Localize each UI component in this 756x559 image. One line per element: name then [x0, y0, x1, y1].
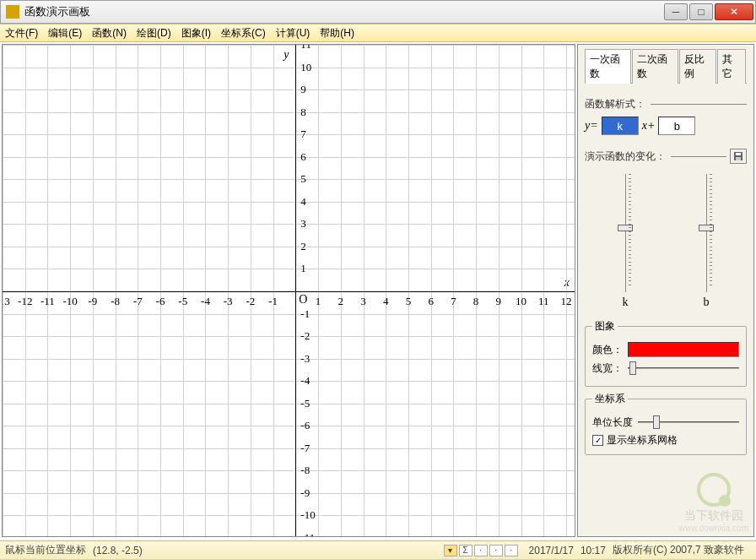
image-fieldset: 图象 颜色： 线宽：	[585, 319, 747, 387]
x-tick-label: 10	[516, 295, 526, 308]
statusbar: 鼠标当前位置坐标 (12.8, -2.5) ▾ Σ · · · 2017/1/1…	[0, 540, 756, 559]
y-tick-label: -2	[300, 329, 310, 343]
color-label: 颜色：	[592, 343, 623, 357]
mouse-position-value: (12.8, -2.5)	[93, 545, 143, 556]
app-icon	[6, 5, 19, 19]
tab-linear[interactable]: 一次函数	[585, 49, 631, 84]
x-tick-label: -9	[88, 295, 97, 308]
y-tick-label: -11	[300, 531, 315, 537]
y-tick-label: -6	[300, 419, 310, 432]
y-tick-label: -4	[300, 374, 310, 388]
b-input[interactable]	[658, 117, 695, 135]
x-tick-label: -7	[133, 295, 143, 308]
titlebar: 函数演示画板 ─ □ ✕	[0, 0, 756, 24]
plot-area[interactable]: y x O -13-12-11-10-9-8-7-6-5-4-3-2-11234…	[2, 44, 575, 537]
k-slider-label: k	[623, 296, 629, 309]
x-tick-label: -1	[268, 295, 278, 308]
x-tick-label: 9	[496, 295, 502, 308]
window-title: 函数演示画板	[24, 4, 662, 19]
y-tick-label: 4	[300, 195, 306, 209]
coord-fieldset: 坐标系 单位长度 ✓ 显示坐标系网格	[585, 392, 747, 455]
linewidth-label: 线宽：	[592, 361, 623, 376]
x-tick-label: 7	[451, 295, 456, 308]
menu-calc[interactable]: 计算(U)	[276, 26, 310, 41]
function-tabs: 一次函数 二次函数 反比例 其它	[585, 48, 747, 84]
equation-row: y= x+	[585, 117, 747, 135]
y-tick-label: 6	[300, 150, 306, 164]
x-tick-label: -6	[156, 295, 165, 308]
tab-inverse[interactable]: 反比例	[679, 49, 716, 84]
x-tick-label: -8	[111, 295, 120, 308]
linewidth-slider[interactable]	[628, 361, 739, 376]
x-tick-label: 8	[473, 295, 479, 308]
y-axis-label: y	[284, 48, 289, 62]
maximize-button[interactable]: □	[689, 3, 713, 20]
sidebar: 一次函数 二次函数 反比例 其它 函数解析式： y= x+ 演示函数的变化：	[577, 44, 754, 537]
menu-edit[interactable]: 编辑(E)	[48, 26, 82, 41]
y-tick-label: -9	[300, 486, 310, 500]
x-tick-label: -11	[40, 295, 55, 308]
y-tick-label: 11	[300, 44, 311, 52]
status-tool-3-icon[interactable]: ·	[474, 545, 488, 556]
watermark: 当下软件园 www.downxia.com	[679, 473, 748, 533]
status-sigma-icon[interactable]: Σ	[459, 545, 472, 556]
y-tick-label: 10	[300, 61, 311, 74]
show-grid-label: 显示坐标系网格	[607, 433, 678, 448]
x-tick-label: -4	[201, 295, 210, 308]
y-equals-label: y=	[585, 119, 598, 133]
menu-image[interactable]: 图象(I)	[181, 26, 211, 41]
menu-file[interactable]: 文件(F)	[5, 26, 38, 41]
y-tick-label: -8	[300, 464, 310, 477]
tab-other[interactable]: 其它	[717, 49, 746, 84]
menu-help[interactable]: 帮助(H)	[320, 26, 354, 41]
svg-rect-2	[736, 157, 741, 160]
x-tick-label: -5	[178, 295, 187, 308]
status-tool-5-icon[interactable]: ·	[505, 545, 518, 556]
save-icon[interactable]	[730, 149, 747, 164]
y-tick-label: 8	[300, 106, 306, 119]
status-copyright: 版权所有(C) 2007,7 致豪软件	[613, 543, 744, 557]
x-tick-label: -12	[18, 295, 32, 308]
menu-function[interactable]: 函数(N)	[92, 26, 127, 41]
b-slider[interactable]	[689, 174, 723, 292]
expression-section-label: 函数解析式：	[585, 97, 747, 111]
b-slider-label: b	[704, 296, 710, 309]
x-tick-label: -2	[246, 295, 255, 308]
status-tool-1-icon[interactable]: ▾	[444, 545, 457, 556]
x-tick-label: 4	[383, 295, 389, 308]
x-tick-label: 11	[538, 295, 549, 308]
status-date: 2017/1/17	[529, 545, 574, 556]
y-tick-label: -3	[300, 352, 310, 366]
x-tick-label: 3	[360, 295, 366, 308]
minimize-button[interactable]: ─	[664, 3, 688, 20]
unit-length-slider[interactable]	[638, 415, 739, 430]
menubar: 文件(F) 编辑(E) 函数(N) 绘图(D) 图象(I) 坐标系(C) 计算(…	[0, 24, 756, 42]
y-tick-label: -7	[300, 442, 310, 455]
color-swatch[interactable]	[628, 342, 739, 357]
x-tick-label: 2	[338, 295, 344, 308]
y-tick-label: -1	[300, 307, 310, 321]
x-tick-label: 5	[406, 295, 412, 308]
x-tick-label: -3	[224, 295, 233, 308]
y-tick-label: 2	[300, 240, 306, 253]
y-tick-label: 3	[300, 217, 306, 231]
y-tick-label: 9	[300, 83, 306, 96]
status-time: 10:17	[580, 545, 606, 556]
menu-coord[interactable]: 坐标系(C)	[221, 26, 266, 41]
status-tool-4-icon[interactable]: ·	[489, 545, 503, 556]
x-tick-label: 1	[316, 295, 321, 308]
menu-plot[interactable]: 绘图(D)	[137, 26, 171, 41]
close-button[interactable]: ✕	[715, 3, 753, 20]
x-tick-label: 12	[561, 295, 572, 308]
tab-quadratic[interactable]: 二次函数	[632, 49, 678, 84]
k-input[interactable]	[602, 117, 639, 135]
y-tick-label: 5	[300, 172, 306, 186]
x-tick-label: 6	[428, 295, 434, 308]
x-tick-label: -13	[2, 295, 10, 308]
show-grid-checkbox[interactable]: ✓	[592, 435, 603, 446]
y-tick-label: 1	[300, 262, 306, 275]
mouse-position-label: 鼠标当前位置坐标	[5, 543, 86, 557]
k-slider[interactable]	[608, 174, 642, 292]
y-tick-label: 7	[300, 128, 306, 141]
unit-length-label: 单位长度	[592, 415, 633, 430]
